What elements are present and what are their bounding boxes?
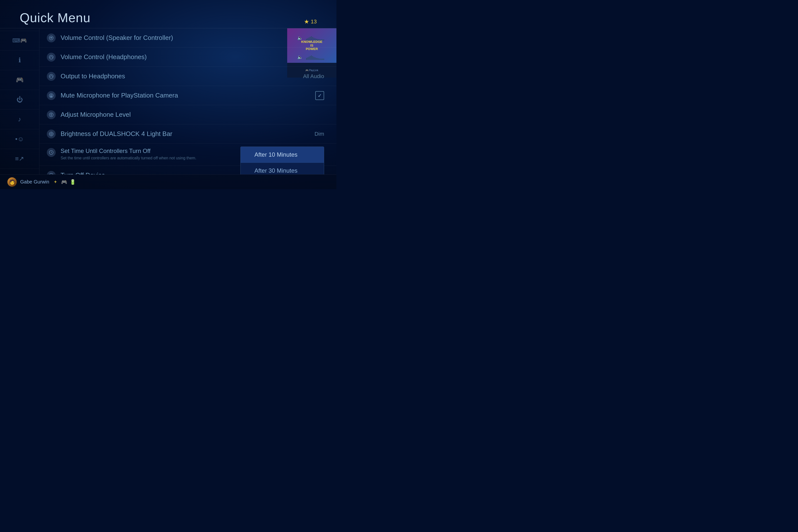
emoji-icon: •☺ — [15, 135, 24, 143]
menu-with-arrow-icon: ≡↗ — [15, 155, 24, 163]
controller-icon: 🎮 — [61, 179, 67, 185]
menu-item-volume-headphones[interactable]: Volume Control (Headphones) 🔈 — [39, 48, 337, 67]
main-content: Volume Control (Speaker for Controller) … — [39, 28, 337, 174]
sidebar-item-gamepad[interactable]: 🎮 — [0, 70, 39, 90]
speaker-icon: 🔈 — [297, 35, 303, 41]
sidebar-item-power[interactable]: ⏻ — [0, 90, 39, 110]
brightness-lightbar-value: Dim — [315, 131, 324, 137]
sidebar-item-emoji[interactable]: •☺ — [0, 129, 39, 149]
volume-speaker-label: Volume Control (Speaker for Controller) — [61, 34, 297, 42]
info-icon: ℹ — [18, 56, 21, 64]
dropdown-item-30min[interactable]: After 30 Minutes — [241, 163, 324, 174]
sidebar: ⌨🎮 ℹ 🎮 ⏻ ♪ •☺ ≡↗ — [0, 28, 39, 174]
mute-mic-checkbox[interactable]: ✓ — [315, 91, 324, 100]
dropdown-item-10min[interactable]: After 10 Minutes — [241, 147, 324, 163]
footer-icons: 🎮 🔋 — [61, 179, 76, 185]
volume-headphones-bars — [306, 54, 324, 60]
username-label: Gabe Gurwin — [20, 179, 49, 185]
keyboard-icon: ⌨🎮 — [12, 37, 27, 44]
power-icon: ⏻ — [17, 96, 23, 103]
svg-point-1 — [49, 55, 53, 59]
score-display: ★ 13 — [304, 18, 317, 25]
headphone-speaker-icon: 🔈 — [297, 54, 303, 60]
settings-icon-2 — [47, 53, 56, 61]
adjust-mic-label: Adjust Microphone Level — [61, 111, 324, 118]
output-headphones-value: All Audio — [303, 73, 324, 79]
music-icon: ♪ — [18, 115, 21, 123]
dropdown-label-30min: After 30 Minutes — [254, 167, 298, 174]
set-time-sub: Set the time until controllers are autom… — [61, 155, 204, 161]
battery-icon: 🔋 — [70, 179, 76, 185]
footer-bar: 🧑 Gabe Gurwin + 🎮 🔋 — [0, 174, 337, 189]
star-icon: ★ — [304, 18, 309, 25]
settings-icon-5 — [47, 110, 56, 119]
menu-item-volume-speaker[interactable]: Volume Control (Speaker for Controller) … — [39, 28, 337, 48]
svg-point-6 — [51, 133, 52, 135]
score-value: 13 — [311, 18, 317, 25]
volume-headphones-label: Volume Control (Headphones) — [61, 53, 297, 61]
dropdown-label-10min: After 10 Minutes — [254, 151, 298, 158]
gamepad-icon: 🎮 — [16, 76, 24, 84]
volume-speaker-bars — [306, 35, 324, 41]
header: Quick Menu ★ 13 — [0, 0, 337, 28]
menu-item-adjust-mic[interactable]: Adjust Microphone Level — [39, 105, 337, 125]
settings-icon-6 — [47, 130, 56, 138]
menu-item-brightness-lightbar[interactable]: Brightness of DUALSHOCK 4 Light Bar Dim — [39, 125, 337, 144]
settings-icon-8 — [47, 171, 56, 175]
settings-icon-4 — [47, 91, 56, 100]
controller-timeout-dropdown[interactable]: After 10 Minutes After 30 Minutes After … — [241, 147, 324, 174]
settings-icon-7 — [47, 148, 56, 157]
settings-icon-1 — [47, 34, 56, 42]
svg-point-2 — [49, 74, 53, 78]
sidebar-item-music[interactable]: ♪ — [0, 110, 39, 129]
settings-icon-3 — [47, 72, 56, 81]
output-headphones-label: Output to Headphones — [61, 72, 303, 80]
volume-speaker-right: 🔈 — [297, 35, 324, 41]
sidebar-item-keyboard[interactable]: ⌨🎮 — [0, 31, 39, 51]
sidebar-item-menu[interactable]: ≡↗ — [0, 149, 39, 169]
brightness-lightbar-label: Brightness of DUALSHOCK 4 Light Bar — [61, 130, 315, 138]
psplus-icon: + — [54, 179, 57, 185]
svg-point-4 — [49, 113, 53, 117]
page-title: Quick Menu — [20, 10, 304, 25]
user-avatar: 🧑 — [7, 177, 17, 187]
sidebar-item-info[interactable]: ℹ — [0, 51, 39, 70]
avatar-image: 🧑 — [7, 177, 17, 187]
menu-item-mute-mic[interactable]: Mute Microphone for PlayStation Camera ✓ — [39, 86, 337, 105]
mute-mic-label: Mute Microphone for PlayStation Camera — [61, 92, 315, 99]
volume-headphones-right: 🔈 — [297, 54, 324, 60]
menu-item-output-headphones[interactable]: Output to Headphones All Audio — [39, 67, 337, 86]
